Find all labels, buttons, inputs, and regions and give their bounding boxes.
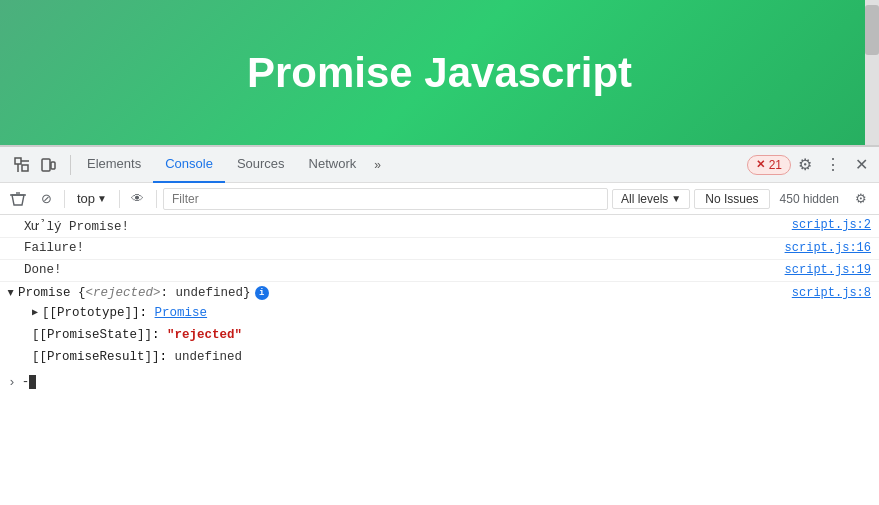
tab-console[interactable]: Console xyxy=(153,147,225,183)
error-count: 21 xyxy=(769,158,782,172)
device-icon[interactable] xyxy=(36,153,60,177)
levels-label: All levels xyxy=(621,192,668,206)
console-prompt[interactable]: › - xyxy=(0,370,879,394)
promise-state-row: [[PromiseState]]: "rejected" xyxy=(0,326,879,348)
scrollbar-thumb[interactable] xyxy=(865,5,879,55)
svg-rect-4 xyxy=(42,159,50,171)
toolbar-divider-1 xyxy=(64,190,65,208)
tab-network[interactable]: Network xyxy=(297,147,369,183)
tab-divider-left xyxy=(70,155,71,175)
no-issues-button[interactable]: No Issues xyxy=(694,189,769,209)
console-settings-icon[interactable]: ⚙ xyxy=(849,187,873,211)
console-output: Xử lý Promise! script.js:2 Failure! scri… xyxy=(0,215,879,505)
console-line-2: Failure! script.js:16 xyxy=(0,238,879,260)
more-options-icon[interactable]: ⋮ xyxy=(819,151,847,179)
svg-rect-3 xyxy=(22,165,28,171)
hidden-count: 450 hidden xyxy=(774,192,845,206)
eye-icon[interactable]: 👁 xyxy=(126,187,150,211)
promise-result-row: [[PromiseResult]]: undefined xyxy=(0,348,879,370)
block-icon[interactable]: ⊘ xyxy=(34,187,58,211)
svg-marker-6 xyxy=(12,195,24,205)
promise-state-text: [[PromiseState]]: "rejected" xyxy=(32,328,242,342)
hero-section: Promise Javascript xyxy=(0,0,879,145)
prototype-label: [[Prototype]]: Promise xyxy=(42,306,207,320)
levels-dropdown[interactable]: All levels ▼ xyxy=(612,189,690,209)
promise-header-text: Promise {<rejected>: undefined} xyxy=(18,286,251,300)
promise-prototype-row[interactable]: ▶ [[Prototype]]: Promise xyxy=(0,304,879,326)
tab-bar: Elements Console Sources Network » ✕ 21 … xyxy=(0,147,879,183)
console-link-3[interactable]: script.js:19 xyxy=(785,263,871,277)
scrollbar[interactable] xyxy=(865,0,879,145)
svg-rect-0 xyxy=(15,158,21,164)
no-issues-label: No Issues xyxy=(705,192,758,206)
more-tabs-icon[interactable]: » xyxy=(368,154,387,176)
error-badge[interactable]: ✕ 21 xyxy=(747,155,791,175)
promise-header[interactable]: ▶ Promise {<rejected>: undefined} i scri… xyxy=(0,282,879,304)
console-link-1[interactable]: script.js:2 xyxy=(792,218,871,232)
promise-expand-icon[interactable]: ▶ xyxy=(5,290,17,296)
console-link-2[interactable]: script.js:16 xyxy=(785,241,871,255)
context-label: top xyxy=(77,191,95,206)
levels-arrow-icon: ▼ xyxy=(671,193,681,204)
close-devtools-icon[interactable]: ✕ xyxy=(847,151,875,179)
devtools-panel: Elements Console Sources Network » ✕ 21 … xyxy=(0,145,879,505)
console-line-1: Xử lý Promise! script.js:2 xyxy=(0,215,879,238)
promise-info-icon[interactable]: i xyxy=(255,286,269,300)
page-title: Promise Javascript xyxy=(247,49,632,97)
promise-link[interactable]: script.js:8 xyxy=(792,286,871,300)
promise-result-text: [[PromiseResult]]: undefined xyxy=(32,350,242,364)
settings-icon[interactable]: ⚙ xyxy=(791,151,819,179)
tab-elements[interactable]: Elements xyxy=(75,147,153,183)
console-text-1: Xử lý Promise! xyxy=(24,218,792,234)
filter-input[interactable] xyxy=(163,188,608,210)
context-dropdown-icon: ▼ xyxy=(97,193,107,204)
prompt-arrow-icon: › xyxy=(8,375,16,390)
console-text-2: Failure! xyxy=(24,241,785,255)
cursor xyxy=(29,375,36,389)
prompt-input: - xyxy=(22,375,30,389)
svg-rect-5 xyxy=(51,162,55,169)
prototype-expand-icon[interactable]: ▶ xyxy=(32,306,38,318)
toolbar-divider-3 xyxy=(156,190,157,208)
console-line-3: Done! script.js:19 xyxy=(0,260,879,282)
toolbar-divider-2 xyxy=(119,190,120,208)
error-x-icon: ✕ xyxy=(756,158,765,171)
inspect-icon[interactable] xyxy=(10,153,34,177)
context-selector[interactable]: top ▼ xyxy=(71,189,113,208)
console-toolbar: ⊘ top ▼ 👁 All levels ▼ No Issues 450 hid… xyxy=(0,183,879,215)
clear-console-icon[interactable] xyxy=(6,187,30,211)
console-text-3: Done! xyxy=(24,263,785,277)
devtools-left-icons xyxy=(4,153,66,177)
tab-sources[interactable]: Sources xyxy=(225,147,297,183)
